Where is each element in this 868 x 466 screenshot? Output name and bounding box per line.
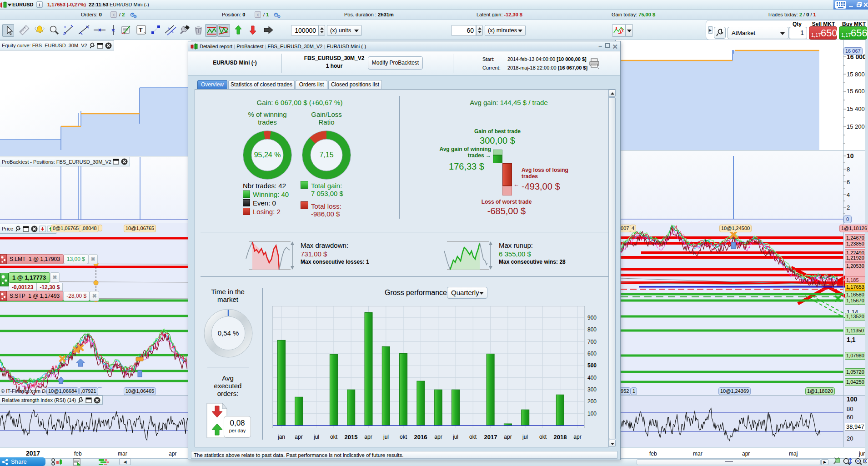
svg-text:8: 8	[847, 166, 850, 173]
svg-text:2: 2	[847, 204, 850, 211]
svg-text:10: 10	[847, 152, 854, 160]
svg-text:15 600: 15 600	[847, 88, 865, 95]
svg-text:⚙: ⚙	[133, 14, 137, 19]
svg-text:15 400: 15 400	[847, 105, 865, 112]
svg-text:80: 80	[847, 406, 853, 412]
svg-text:60: 60	[847, 414, 853, 421]
svg-text:20: 20	[847, 435, 853, 442]
svg-text:95,24 %: 95,24 %	[254, 151, 281, 159]
svg-text:4: 4	[847, 191, 850, 198]
svg-text:⚙: ⚙	[277, 14, 281, 19]
svg-text:15 200: 15 200	[847, 123, 865, 130]
svg-text:0,54 %: 0,54 %	[218, 329, 239, 337]
svg-text:6: 6	[847, 179, 850, 185]
svg-text:7,15: 7,15	[319, 151, 333, 159]
svg-text:T: T	[139, 26, 143, 34]
svg-text:100: 100	[847, 396, 858, 403]
svg-text:15 800: 15 800	[847, 71, 865, 78]
